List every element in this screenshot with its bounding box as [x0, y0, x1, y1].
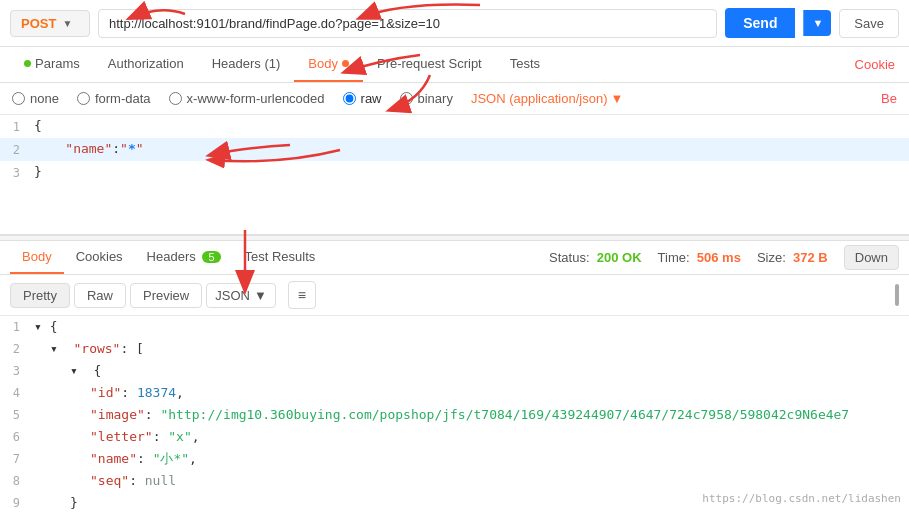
- json-resp-chevron-icon: ▼: [254, 288, 267, 303]
- headers-badge: 5: [202, 251, 220, 263]
- wrap-icon[interactable]: ≡: [288, 281, 316, 309]
- tab-tests[interactable]: Tests: [496, 47, 554, 82]
- time-value: 506 ms: [697, 250, 741, 265]
- resp-tab-test-results[interactable]: Test Results: [233, 241, 328, 274]
- resize-handle[interactable]: [895, 284, 899, 306]
- json-chevron-icon: ▼: [610, 91, 623, 106]
- watermark: https://blog.csdn.net/lidashen: [702, 492, 901, 505]
- resp-line-4: 4 "id": 18374,: [0, 382, 909, 404]
- send-dropdown-button[interactable]: ▼: [803, 10, 831, 36]
- response-body-editor: 1 ▾ { 2 ▾ "rows": [ 3 ▾ { 4 "id": 18374,…: [0, 316, 909, 513]
- url-bar: POST ▼ Send ▼ Save: [0, 0, 909, 47]
- resp-line-8: 8 "seq": null: [0, 470, 909, 492]
- json-type-selector[interactable]: JSON (application/json) ▼: [471, 91, 623, 106]
- option-raw[interactable]: raw: [343, 91, 382, 106]
- status-value: 200 OK: [597, 250, 642, 265]
- method-chevron-icon: ▼: [62, 18, 72, 29]
- request-body-editor[interactable]: 1 { 2 "name":"*" 3 }: [0, 115, 909, 235]
- method-selector[interactable]: POST ▼: [10, 10, 90, 37]
- save-button[interactable]: Save: [839, 9, 899, 38]
- tab-headers[interactable]: Headers (1): [198, 47, 295, 82]
- download-button[interactable]: Down: [844, 245, 899, 270]
- format-json-dropdown[interactable]: JSON ▼: [206, 283, 276, 308]
- format-raw-button[interactable]: Raw: [74, 283, 126, 308]
- tab-pre-request[interactable]: Pre-request Script: [363, 47, 496, 82]
- req-line-3: 3 }: [0, 161, 909, 184]
- send-button[interactable]: Send: [725, 8, 795, 38]
- resp-line-3: 3 ▾ {: [0, 360, 909, 382]
- method-label: POST: [21, 16, 56, 31]
- resp-line-2: 2 ▾ "rows": [: [0, 338, 909, 360]
- size-value: 372 B: [793, 250, 828, 265]
- tab-authorization[interactable]: Authorization: [94, 47, 198, 82]
- option-urlencoded[interactable]: x-www-form-urlencoded: [169, 91, 325, 106]
- resp-tab-body[interactable]: Body: [10, 241, 64, 274]
- format-preview-button[interactable]: Preview: [130, 283, 202, 308]
- option-form-data[interactable]: form-data: [77, 91, 151, 106]
- option-none[interactable]: none: [12, 91, 59, 106]
- response-status: Status: 200 OK Time: 506 ms Size: 372 B …: [549, 245, 899, 270]
- format-pretty-button[interactable]: Pretty: [10, 283, 70, 308]
- resp-tab-cookies[interactable]: Cookies: [64, 241, 135, 274]
- option-binary[interactable]: binary: [400, 91, 453, 106]
- response-format-row: Pretty Raw Preview JSON ▼ ≡: [0, 275, 909, 316]
- beautify-link[interactable]: Be: [881, 91, 897, 106]
- resp-line-1: 1 ▾ {: [0, 316, 909, 338]
- request-tabs: Params Authorization Headers (1) Body Pr…: [0, 47, 909, 83]
- resp-line-5: 5 "image": "http://img10.360buying.com/p…: [0, 404, 909, 426]
- params-dot-icon: [24, 60, 31, 67]
- url-input[interactable]: [98, 9, 717, 38]
- resp-line-7: 7 "name": "小*",: [0, 448, 909, 470]
- resp-tab-headers[interactable]: Headers 5: [135, 241, 233, 274]
- body-dot-icon: [342, 60, 349, 67]
- req-line-2: 2 "name":"*": [0, 138, 909, 161]
- resp-line-6: 6 "letter": "x",: [0, 426, 909, 448]
- tab-cookie[interactable]: Cookie: [851, 48, 899, 81]
- tab-body[interactable]: Body: [294, 47, 363, 82]
- response-tabs: Body Cookies Headers 5 Test Results Stat…: [0, 241, 909, 275]
- req-line-1: 1 {: [0, 115, 909, 138]
- tab-params[interactable]: Params: [10, 47, 94, 82]
- body-options-row: none form-data x-www-form-urlencoded raw…: [0, 83, 909, 115]
